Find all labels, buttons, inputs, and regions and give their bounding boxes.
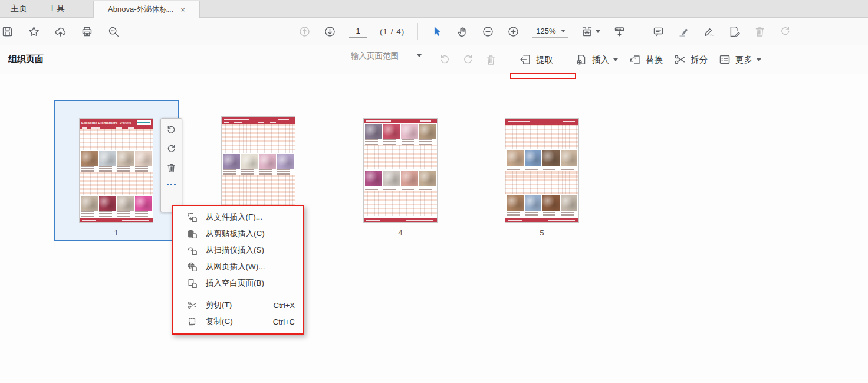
chevron-down-icon: [757, 58, 761, 61]
insert-page-icon: [575, 53, 588, 66]
menu-item-insert-2[interactable]: 从扫描仪插入(S): [173, 242, 303, 258]
split-label: 拆分: [691, 54, 708, 66]
page-thumbnail[interactable]: [505, 118, 579, 223]
toolbar-divider: [564, 51, 564, 68]
menu-item-label: 从剪贴板插入(C): [206, 228, 265, 239]
redo-icon[interactable]: [779, 25, 791, 38]
fit-width-select[interactable]: [581, 25, 600, 38]
toolbar-divider: [508, 51, 508, 68]
document-tab-title: Abnova-外泌体标...: [108, 4, 173, 15]
search-icon[interactable]: [107, 25, 120, 38]
rotate-left-icon[interactable]: [439, 54, 451, 66]
menu-item-label: 从文件插入(F)...: [206, 212, 262, 222]
menu-item-label: 插入空白页面(B): [206, 278, 264, 289]
page-number-label: 5: [505, 228, 579, 237]
minsfile-icon: [187, 212, 198, 222]
page-range-input[interactable]: [351, 51, 412, 60]
zoom-out-icon[interactable]: [482, 25, 494, 38]
menu-separator: [179, 294, 297, 294]
fill-sign-icon[interactable]: [703, 25, 715, 38]
insert-button[interactable]: 插入: [575, 53, 618, 66]
extract-button[interactable]: 提取: [519, 53, 553, 66]
menu-item-insert-0[interactable]: 从文件插入(F)...: [173, 209, 303, 225]
previous-page-icon[interactable]: [298, 25, 311, 38]
main-toolbar: (1 / 4) 125%: [0, 18, 868, 45]
chevron-down-icon: [417, 54, 422, 57]
acrobat-window: 主页 工具 Abnova-外泌体标... × (1 / 4) 125%: [0, 0, 868, 383]
rotate-right-icon[interactable]: [462, 54, 474, 66]
menu-item-label: 从扫描仪插入(S): [206, 245, 264, 256]
organize-title: 组织页面: [8, 54, 44, 65]
menu-item-edit-1[interactable]: 复制(C)Ctrl+C: [173, 313, 303, 330]
edit-pdf-icon[interactable]: [728, 25, 741, 38]
organize-toolbar: 组织页面 提取 插入 替换: [0, 45, 868, 74]
zoom-level-select[interactable]: 125%: [532, 25, 567, 38]
page-count-label: (1 / 4): [380, 27, 405, 36]
page-number-label: 4: [363, 228, 438, 237]
extract-label: 提取: [536, 54, 553, 66]
tab-bar: 主页 工具 Abnova-外泌体标... ×: [0, 0, 868, 18]
menu-item-insert-3[interactable]: 从网页插入(W)...: [173, 258, 303, 275]
page-thumbnail[interactable]: [363, 118, 438, 223]
rotate-left-icon[interactable]: [166, 125, 177, 136]
minsblank-icon: [187, 278, 198, 289]
extract-icon: [519, 53, 532, 66]
minsweb-icon: [187, 261, 198, 272]
red-underline-annotation: [510, 73, 576, 79]
more-button[interactable]: 更多: [718, 53, 761, 66]
highlight-icon[interactable]: [678, 25, 690, 38]
replace-button[interactable]: 替换: [629, 53, 663, 66]
rotate-right-icon[interactable]: [166, 143, 177, 155]
comment-icon[interactable]: [652, 25, 665, 38]
fit-width-icon[interactable]: [581, 25, 593, 38]
scrolling-mode-icon[interactable]: [613, 25, 626, 38]
zoom-in-icon[interactable]: [507, 25, 520, 38]
replace-label: 替换: [646, 54, 663, 66]
scissors-icon: [673, 53, 686, 66]
menu-shortcut: Ctrl+C: [273, 317, 295, 326]
more-label: 更多: [735, 54, 752, 66]
menu-shortcut: Ctrl+X: [274, 301, 295, 310]
replace-page-icon: [629, 53, 642, 66]
minsscan-icon: [187, 245, 198, 256]
hand-tool-icon[interactable]: [456, 25, 469, 38]
tab-tools[interactable]: 工具: [38, 0, 75, 17]
context-menu: 从文件插入(F)...从剪贴板插入(C)从扫描仪插入(S)从网页插入(W)...…: [172, 205, 304, 335]
page-number-input[interactable]: [349, 25, 367, 38]
mcut-icon: [187, 300, 198, 310]
next-page-icon[interactable]: [324, 25, 336, 38]
zoom-level-value: 125%: [536, 27, 555, 35]
document-tab[interactable]: Abnova-外泌体标... ×: [93, 1, 200, 18]
insert-label: 插入: [592, 54, 609, 66]
chevron-down-icon: [596, 30, 600, 33]
save-icon[interactable]: [1, 25, 14, 38]
menu-item-insert-4[interactable]: 插入空白页面(B): [173, 275, 303, 292]
tab-close-icon[interactable]: ×: [180, 6, 185, 14]
more-options-icon[interactable]: [167, 184, 176, 185]
cloud-upload-icon[interactable]: [54, 25, 67, 38]
tab-home[interactable]: 主页: [0, 0, 38, 17]
menu-item-insert-1[interactable]: 从剪贴板插入(C): [173, 225, 303, 242]
page-thumbnail[interactable]: Exosome Biomarkers●Abnova: [79, 118, 153, 223]
favorites-star-icon[interactable]: [28, 25, 40, 38]
minsclip-icon: [187, 228, 198, 239]
delete-page-icon[interactable]: [166, 162, 177, 174]
delete-icon[interactable]: [754, 25, 766, 38]
split-button[interactable]: 拆分: [673, 53, 708, 66]
chevron-down-icon: [613, 58, 618, 61]
chevron-down-icon: [561, 30, 565, 32]
page-number-label: 1: [79, 228, 153, 237]
pages-canvas: Exosome Biomarkers●Abnova145 从文件插入(F)...…: [0, 75, 868, 383]
thumbnail-toolbar: [160, 118, 182, 212]
more-list-icon: [718, 53, 731, 66]
menu-item-label: 复制(C): [206, 316, 233, 327]
print-icon[interactable]: [81, 25, 93, 38]
toolbar-divider: [639, 23, 639, 40]
delete-pages-icon[interactable]: [485, 54, 497, 66]
select-tool-icon[interactable]: [431, 25, 443, 38]
page-range-field[interactable]: [351, 51, 429, 63]
toolbar-divider: [417, 23, 418, 40]
mcopy-icon: [187, 316, 198, 327]
menu-item-edit-0[interactable]: 剪切(T)Ctrl+X: [173, 297, 303, 313]
menu-item-label: 从网页插入(W)...: [206, 261, 265, 272]
